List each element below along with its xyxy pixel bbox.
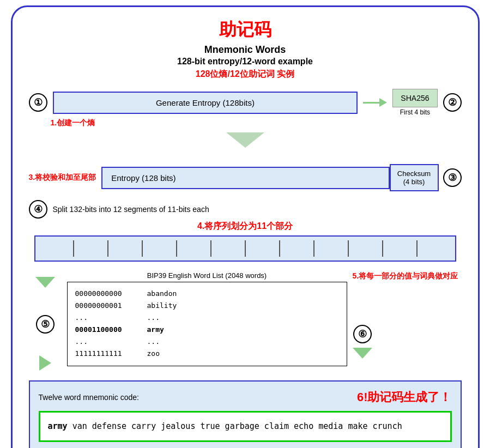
- wl-word-3: army: [147, 324, 164, 336]
- wl-word-0: abandon: [147, 288, 177, 300]
- section4-text: Split 132-bits into 12 segments of 11-bi…: [53, 205, 209, 214]
- circle-6: ⑥: [353, 325, 372, 343]
- label5: 5.将每一部分的值与词典做对应: [353, 271, 458, 281]
- entropy128-box: Entropy (128 bits): [101, 167, 389, 189]
- wordlist-box: 00000000000 abandon 00000000001 ability …: [67, 282, 347, 366]
- first4-label: First 4 bits: [400, 108, 430, 116]
- wl-row-1: 00000000001 ability: [75, 300, 339, 312]
- wl-word-4: ...: [147, 336, 160, 348]
- wl-word-2: ...: [147, 312, 160, 324]
- wl-row-5: 11111111111 zoo: [75, 348, 339, 360]
- wl-bits-4: ...: [75, 336, 141, 348]
- big-down-arrow-1: [226, 132, 264, 148]
- sha-box: SHA256: [392, 89, 437, 107]
- subtitle-cn: 128位熵/12位助记词 实例: [29, 69, 462, 80]
- arrow-down-5: [35, 277, 55, 288]
- section1-row: ① Generate Entropy (128bits) SHA256 Firs…: [29, 89, 462, 116]
- title-en2: 128-bit entropy/12-word example: [29, 57, 462, 66]
- section6-header: Twelve word mnemonic code: 6!助记码生成了！: [39, 389, 452, 405]
- mnemonic-bold-word: army: [48, 421, 68, 431]
- wl-row-3: 00001100000 army: [75, 324, 339, 336]
- segments-bar: [34, 235, 456, 262]
- wl-bits-1: 00000000001: [75, 300, 141, 312]
- section6-bottom: Twelve word mnemonic code: 6!助记码生成了！ arm…: [29, 380, 462, 448]
- arrow-right-5: [39, 355, 51, 371]
- wl-row-2: ... ...: [75, 312, 339, 324]
- wordlist-container: BIP39 English Word List (2048 words) 000…: [67, 271, 347, 366]
- wl-bits-2: ...: [75, 312, 141, 324]
- circle-1: ①: [29, 93, 47, 112]
- checksum-line1: Checksum: [396, 169, 432, 178]
- section1-wrapper: 2.创建校验和 ① Generate Entropy (128bits) SHA…: [29, 89, 462, 129]
- circle-2: ②: [443, 93, 462, 112]
- circle-4: ④: [29, 200, 47, 219]
- circle-5: ⑤: [36, 315, 55, 334]
- label4: 4.将序列划分为11个部分: [29, 221, 462, 232]
- section3-row: 3.将校验和加至尾部 Entropy (128 bits) Checksum (…: [29, 164, 462, 191]
- wordlist-title: BIP39 English Word List (2048 words): [67, 271, 347, 280]
- wl-row-4: ... ...: [75, 336, 339, 348]
- label1: 1.创建一个熵: [51, 118, 95, 128]
- wl-bits-5: 11111111111: [75, 348, 141, 360]
- twelve-word-label: Twelve word mnemonic code:: [39, 393, 139, 402]
- checksum-line2: (4 bits): [396, 178, 432, 186]
- label6: 6!助记码生成了！: [357, 389, 452, 405]
- arrow-down-6: [353, 348, 372, 359]
- arrow-area-1: [29, 132, 462, 148]
- entropy-box: Generate Entropy (128bits): [53, 92, 358, 114]
- outer-container: 助记码 Mnemonic Words 128-bit entropy/12-wo…: [11, 5, 480, 448]
- section5-area: ⑤ BIP39 English Word List (2048 words) 0…: [29, 271, 462, 371]
- wl-word-5: zoo: [147, 348, 160, 360]
- wl-word-1: ability: [147, 300, 177, 312]
- wl-bits-0: 00000000000: [75, 288, 141, 300]
- label3: 3.将校验和加至尾部: [29, 173, 96, 183]
- mnemonic-rest: van defense carry jealous true garbage c…: [68, 421, 402, 431]
- title-cn: 助记码: [29, 18, 462, 42]
- left-side: ⑤: [29, 271, 62, 371]
- circle-3: ③: [443, 168, 462, 187]
- checksum-box: Checksum (4 bits): [390, 164, 439, 191]
- right-side: 5.将每一部分的值与词典做对应 ⑥: [353, 271, 462, 359]
- section4-header: ④ Split 132-bits into 12 segments of 11-…: [29, 200, 462, 219]
- mnemonic-box: army van defense carry jealous true garb…: [39, 411, 452, 442]
- wl-bits-3: 00001100000: [75, 324, 141, 336]
- sha-wrapper: SHA256 First 4 bits: [392, 89, 437, 116]
- title-en1: Mnemonic Words: [29, 44, 462, 56]
- wl-row-0: 00000000000 abandon: [75, 288, 339, 300]
